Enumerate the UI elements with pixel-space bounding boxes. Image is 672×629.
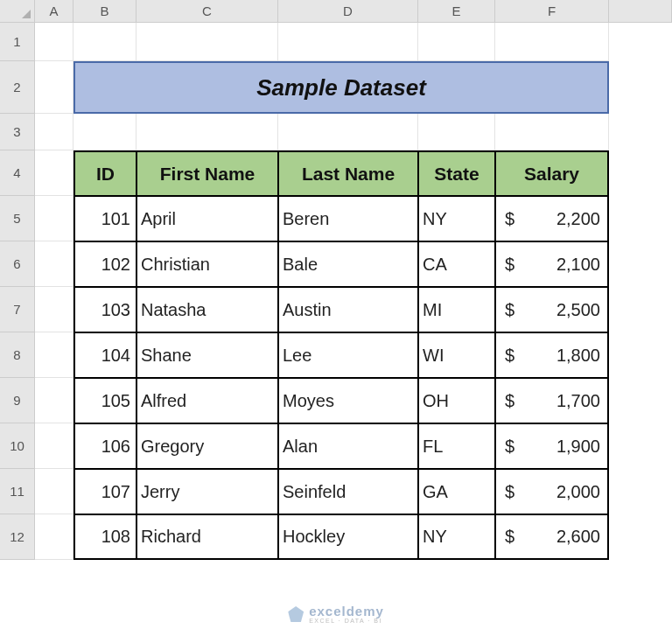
col-header-F[interactable]: F (495, 0, 609, 23)
cell-first-name[interactable]: Jerry (136, 469, 278, 514)
cell-id[interactable]: 103 (74, 287, 136, 332)
currency-symbol: $ (505, 437, 514, 457)
cell-empty[interactable] (35, 378, 74, 423)
cell-id[interactable]: 102 (74, 241, 136, 287)
cell-empty[interactable] (136, 23, 278, 61)
cell-last-name[interactable]: Seinfeld (278, 469, 418, 514)
cell-salary[interactable]: $2,000 (495, 469, 609, 514)
salary-value: 1,800 (556, 346, 600, 366)
currency-symbol: $ (505, 300, 514, 320)
cell-id[interactable]: 107 (74, 469, 136, 514)
row-header-1[interactable]: 1 (0, 23, 35, 61)
cell-state[interactable]: NY (418, 196, 495, 241)
cell-first-name[interactable]: Gregory (136, 423, 278, 469)
cell-state[interactable]: WI (418, 332, 495, 378)
cell-id[interactable]: 104 (74, 332, 136, 378)
cell-empty[interactable] (35, 332, 74, 378)
row-header-2[interactable]: 2 (0, 61, 35, 114)
cell-empty[interactable] (418, 23, 495, 61)
header-salary[interactable]: Salary (495, 150, 609, 196)
column-headers: ABCDEF (35, 0, 672, 23)
cell-last-name[interactable]: Austin (278, 287, 418, 332)
header-id[interactable]: ID (74, 150, 136, 196)
header-state[interactable]: State (418, 150, 495, 196)
cell-id[interactable]: 106 (74, 423, 136, 469)
row-header-10[interactable]: 10 (0, 423, 35, 469)
currency-symbol: $ (505, 527, 514, 547)
col-header-D[interactable]: D (278, 0, 418, 23)
cell-empty[interactable] (278, 114, 418, 150)
cell-first-name[interactable]: Shane (136, 332, 278, 378)
header-first[interactable]: First Name (136, 150, 278, 196)
cell-empty[interactable] (495, 23, 609, 61)
cell-last-name[interactable]: Lee (278, 332, 418, 378)
salary-value: 2,100 (556, 255, 600, 275)
cell-salary[interactable]: $2,600 (495, 514, 609, 560)
cell-empty[interactable] (35, 423, 74, 469)
cell-empty[interactable] (278, 23, 418, 61)
cell-last-name[interactable]: Bale (278, 241, 418, 287)
cell-empty[interactable] (74, 23, 136, 61)
row-header-6[interactable]: 6 (0, 241, 35, 287)
title-cell[interactable]: Sample Dataset (74, 61, 609, 114)
watermark: exceldemy EXCEL · DATA · BI (288, 605, 384, 624)
cell-empty[interactable] (136, 114, 278, 150)
cell-salary[interactable]: $1,900 (495, 423, 609, 469)
row-header-7[interactable]: 7 (0, 287, 35, 332)
cell-salary[interactable]: $2,200 (495, 196, 609, 241)
cell-empty[interactable] (35, 196, 74, 241)
cell-first-name[interactable]: Alfred (136, 378, 278, 423)
row-header-4[interactable]: 4 (0, 150, 35, 196)
cell-state[interactable]: GA (418, 469, 495, 514)
cell-empty[interactable] (35, 114, 74, 150)
cell-empty[interactable] (35, 23, 74, 61)
cell-empty[interactable] (35, 514, 74, 560)
cell-empty[interactable] (74, 114, 136, 150)
row-header-12[interactable]: 12 (0, 514, 35, 560)
cell-empty[interactable] (495, 114, 609, 150)
cell-id[interactable]: 108 (74, 514, 136, 560)
currency-symbol: $ (505, 391, 514, 411)
col-header-C[interactable]: C (136, 0, 278, 23)
select-all-corner[interactable] (0, 0, 35, 23)
cell-salary[interactable]: $1,800 (495, 332, 609, 378)
row-header-8[interactable]: 8 (0, 332, 35, 378)
cell-salary[interactable]: $2,500 (495, 287, 609, 332)
cell-last-name[interactable]: Hockley (278, 514, 418, 560)
cell-empty[interactable] (35, 241, 74, 287)
spreadsheet: ABCDEF 123456789101112 Sample DatasetIDF… (0, 0, 672, 629)
cell-state[interactable]: FL (418, 423, 495, 469)
row-header-5[interactable]: 5 (0, 196, 35, 241)
row-header-11[interactable]: 11 (0, 469, 35, 514)
cell-id[interactable]: 101 (74, 196, 136, 241)
row-header-3[interactable]: 3 (0, 114, 35, 150)
cell-first-name[interactable]: Richard (136, 514, 278, 560)
salary-value: 1,900 (556, 437, 600, 457)
cell-empty[interactable] (35, 150, 74, 196)
cell-first-name[interactable]: April (136, 196, 278, 241)
salary-value: 2,600 (556, 527, 600, 547)
cell-empty[interactable] (35, 469, 74, 514)
row-headers: 123456789101112 (0, 23, 35, 560)
cell-state[interactable]: CA (418, 241, 495, 287)
cell-state[interactable]: MI (418, 287, 495, 332)
cell-first-name[interactable]: Natasha (136, 287, 278, 332)
header-last[interactable]: Last Name (278, 150, 418, 196)
cell-last-name[interactable]: Alan (278, 423, 418, 469)
cell-empty[interactable] (35, 287, 74, 332)
cell-salary[interactable]: $2,100 (495, 241, 609, 287)
cell-empty[interactable] (35, 61, 74, 114)
cell-state[interactable]: OH (418, 378, 495, 423)
cell-last-name[interactable]: Beren (278, 196, 418, 241)
cell-id[interactable]: 105 (74, 378, 136, 423)
col-header-E[interactable]: E (418, 0, 495, 23)
row-header-9[interactable]: 9 (0, 378, 35, 423)
col-header-B[interactable]: B (74, 0, 136, 23)
cell-state[interactable]: NY (418, 514, 495, 560)
currency-symbol: $ (505, 209, 514, 229)
cell-empty[interactable] (418, 114, 495, 150)
cell-first-name[interactable]: Christian (136, 241, 278, 287)
cell-last-name[interactable]: Moyes (278, 378, 418, 423)
cell-salary[interactable]: $1,700 (495, 378, 609, 423)
col-header-A[interactable]: A (35, 0, 74, 23)
